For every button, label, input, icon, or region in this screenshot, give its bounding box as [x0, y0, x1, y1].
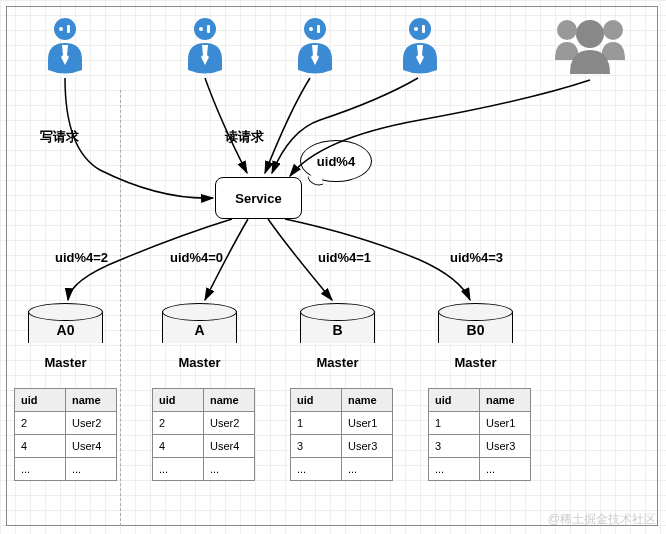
cell-uid: 4: [15, 435, 66, 458]
cell-name: User2: [66, 412, 117, 435]
table-row: 4User4: [153, 435, 255, 458]
cell-name: User3: [480, 435, 531, 458]
svg-point-7: [309, 27, 313, 31]
cell-uid: ...: [429, 458, 480, 481]
cell-uid: 2: [153, 412, 204, 435]
service-label: Service: [235, 191, 281, 206]
shard-table: uidname 2User24User4......: [152, 388, 255, 481]
cell-name: ...: [66, 458, 117, 481]
col-uid: uid: [15, 389, 66, 412]
svg-point-12: [557, 20, 577, 40]
table-row: ......: [15, 458, 117, 481]
db-name: B: [300, 303, 375, 351]
route-label: uid%4=1: [318, 250, 371, 265]
db-role: Master: [162, 355, 237, 370]
cell-uid: 1: [291, 412, 342, 435]
svg-point-0: [54, 18, 76, 40]
table-row: 3User3: [291, 435, 393, 458]
cell-uid: 3: [291, 435, 342, 458]
svg-rect-8: [317, 25, 320, 33]
speech-bubble: uid%4: [300, 140, 372, 182]
svg-point-14: [576, 20, 604, 48]
cell-uid: 2: [15, 412, 66, 435]
db-role: Master: [28, 355, 103, 370]
db-node: A0 Master: [28, 303, 103, 370]
user-icon: [40, 15, 90, 75]
db-role: Master: [438, 355, 513, 370]
divider-dashed: [120, 90, 121, 526]
table-row: 4User4: [15, 435, 117, 458]
table-row: 2User2: [15, 412, 117, 435]
cell-name: ...: [342, 458, 393, 481]
col-uid: uid: [153, 389, 204, 412]
svg-point-1: [59, 27, 63, 31]
route-label: uid%4=0: [170, 250, 223, 265]
svg-point-4: [199, 27, 203, 31]
route-label: uid%4=2: [55, 250, 108, 265]
table-row: 3User3: [429, 435, 531, 458]
table-row: ......: [429, 458, 531, 481]
db-name: A: [162, 303, 237, 351]
col-name: name: [66, 389, 117, 412]
label-read-request: 读请求: [225, 128, 264, 146]
svg-point-3: [194, 18, 216, 40]
cell-name: User4: [66, 435, 117, 458]
svg-point-9: [409, 18, 431, 40]
col-name: name: [204, 389, 255, 412]
cell-uid: ...: [153, 458, 204, 481]
db-name: A0: [28, 303, 103, 351]
user-icon: [395, 15, 445, 75]
col-uid: uid: [291, 389, 342, 412]
db-node: B0 Master: [438, 303, 513, 370]
svg-point-6: [304, 18, 326, 40]
db-node: A Master: [162, 303, 237, 370]
shard-table: uidname 1User13User3......: [290, 388, 393, 481]
user-icon: [290, 15, 340, 75]
table-row: 1User1: [429, 412, 531, 435]
db-role: Master: [300, 355, 375, 370]
db-node: B Master: [300, 303, 375, 370]
cell-name: User4: [204, 435, 255, 458]
cell-uid: 1: [429, 412, 480, 435]
cell-name: User3: [342, 435, 393, 458]
svg-rect-11: [422, 25, 425, 33]
table-row: 1User1: [291, 412, 393, 435]
cell-name: ...: [480, 458, 531, 481]
svg-point-13: [603, 20, 623, 40]
svg-rect-5: [207, 25, 210, 33]
svg-point-10: [414, 27, 418, 31]
cell-uid: 3: [429, 435, 480, 458]
service-node: Service: [215, 177, 302, 219]
shard-table: uidname 2User24User4......: [14, 388, 117, 481]
svg-rect-2: [67, 25, 70, 33]
bubble-text: uid%4: [317, 154, 355, 169]
cell-name: ...: [204, 458, 255, 481]
label-write-request: 写请求: [40, 128, 79, 146]
cell-name: User1: [342, 412, 393, 435]
cell-uid: 4: [153, 435, 204, 458]
col-uid: uid: [429, 389, 480, 412]
cell-uid: ...: [15, 458, 66, 481]
watermark: @稀土掘金技术社区: [548, 511, 656, 528]
table-row: ......: [291, 458, 393, 481]
col-name: name: [342, 389, 393, 412]
route-label: uid%4=3: [450, 250, 503, 265]
col-name: name: [480, 389, 531, 412]
user-icon: [180, 15, 230, 75]
db-name: B0: [438, 303, 513, 351]
table-row: 2User2: [153, 412, 255, 435]
cell-name: User1: [480, 412, 531, 435]
users-group-icon: [545, 10, 635, 80]
cell-uid: ...: [291, 458, 342, 481]
table-row: ......: [153, 458, 255, 481]
shard-table: uidname 1User13User3......: [428, 388, 531, 481]
cell-name: User2: [204, 412, 255, 435]
